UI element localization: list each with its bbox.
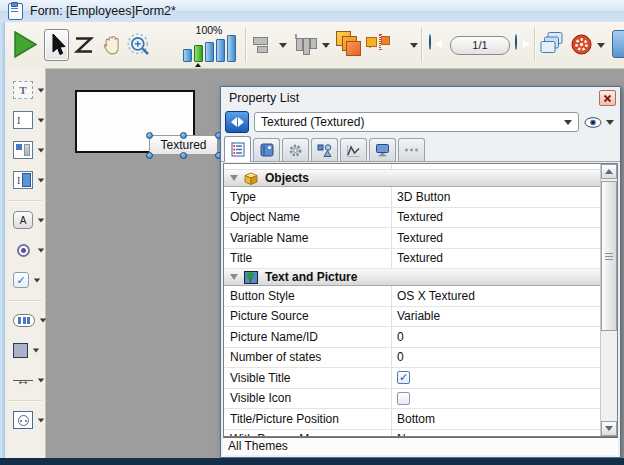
property-row[interactable]: Visible Title✓ — [224, 368, 600, 389]
property-row[interactable]: Object NameTextured — [224, 208, 600, 229]
zoom-level-control[interactable]: 100% — [180, 25, 238, 62]
property-row[interactable]: With Pop-up MenuNone — [224, 430, 600, 437]
sidebar-tool-list-box-tool[interactable] — [5, 140, 45, 160]
chevron-down-icon[interactable] — [38, 248, 44, 252]
page-indicator[interactable]: 1/1 — [450, 36, 510, 55]
form-pages-button[interactable] — [540, 31, 564, 60]
picture-icon — [244, 271, 258, 284]
selection-tool-button[interactable] — [44, 29, 69, 61]
chevron-down-icon[interactable] — [38, 88, 44, 92]
property-grid-scrollbar[interactable] — [600, 164, 617, 436]
property-value[interactable]: Textured — [391, 231, 600, 245]
static-text-tool-icon: T — [13, 81, 33, 99]
property-value[interactable]: OS X Textured — [391, 289, 600, 303]
selection-handle[interactable] — [146, 132, 153, 139]
grid-options-button[interactable] — [379, 34, 381, 50]
property-value[interactable]: Textured — [391, 210, 600, 224]
chevron-down-icon[interactable] — [34, 278, 40, 282]
tab-shapes[interactable] — [311, 138, 338, 161]
execute-form-button[interactable] — [13, 31, 38, 61]
clipped-toolbar-icon[interactable] — [612, 30, 624, 58]
collapse-triangle-icon[interactable] — [230, 175, 238, 181]
sidebar-tool-input-tool[interactable]: I — [5, 110, 45, 130]
scroll-down-button[interactable] — [601, 421, 617, 436]
tab-property-list[interactable] — [224, 136, 251, 162]
property-row[interactable]: Number of states0 — [224, 348, 600, 369]
close-button[interactable] — [599, 90, 616, 106]
previous-page-button[interactable] — [429, 34, 431, 50]
sidebar-tool-rectangle-tool[interactable] — [5, 340, 45, 360]
view-options-button[interactable] — [584, 116, 614, 129]
scroll-up-button[interactable] — [601, 164, 617, 179]
selection-handle[interactable] — [180, 152, 187, 159]
property-label: Object Name — [224, 210, 391, 224]
property-list-titlebar[interactable]: Property List — [221, 87, 620, 109]
move-tool-button[interactable] — [100, 33, 122, 59]
property-row[interactable]: Picture SourceVariable — [224, 307, 600, 328]
object-selector-combo[interactable]: Textured (Textured) — [254, 112, 579, 132]
chevron-down-icon[interactable] — [38, 178, 44, 182]
property-value[interactable]: Variable — [391, 309, 600, 323]
chevron-down-icon[interactable] — [38, 378, 44, 382]
selection-handle[interactable] — [146, 152, 153, 159]
property-row[interactable]: Visible Icon — [224, 389, 600, 410]
sidebar-tool-combo-box-tool[interactable]: I — [5, 170, 45, 190]
property-value[interactable] — [391, 392, 600, 405]
sidebar-tool-splitter-tool[interactable]: ↔ — [5, 370, 45, 390]
swap-object-button[interactable] — [225, 111, 249, 133]
chevron-down-icon[interactable] — [38, 218, 44, 222]
run-options-dropdown-icon[interactable] — [597, 43, 605, 48]
sidebar-tool-plugin-area-tool[interactable] — [5, 410, 45, 430]
property-value[interactable]: Bottom — [391, 412, 600, 426]
property-row[interactable]: Title/Picture PositionBottom — [224, 409, 600, 430]
property-value[interactable]: 0 — [391, 350, 600, 364]
property-row[interactable]: Variable NameTextured — [224, 228, 600, 249]
property-row[interactable]: TitleTextured — [224, 249, 600, 270]
next-page-button[interactable] — [515, 34, 517, 50]
grid-dropdown-icon[interactable] — [410, 43, 418, 48]
sidebar-tool-button-tool[interactable]: A — [5, 210, 45, 230]
distribution-dropdown-icon[interactable] — [322, 43, 330, 48]
checkbox-unchecked-icon[interactable] — [397, 392, 410, 405]
property-row[interactable]: Picture Name/ID0 — [224, 327, 600, 348]
alignment-dropdown-icon[interactable] — [279, 43, 287, 48]
checkbox-tool-icon: ✓ — [13, 272, 29, 288]
tab-more[interactable] — [398, 138, 425, 161]
property-value[interactable]: ✓ — [391, 371, 600, 384]
tab-picture[interactable] — [253, 138, 280, 161]
checkbox-checked-icon[interactable]: ✓ — [397, 371, 410, 384]
section-header-objects[interactable]: Objects — [224, 170, 600, 187]
zoom-bars-icon[interactable] — [180, 36, 238, 62]
eye-icon — [584, 116, 603, 129]
tab-settings[interactable] — [282, 138, 309, 161]
radio-button-tool-icon — [13, 241, 33, 259]
chevron-down-icon[interactable] — [33, 348, 39, 352]
sidebar-tool-checkbox-tool[interactable]: ✓ — [5, 270, 45, 290]
tab-display[interactable] — [369, 138, 396, 161]
themes-status-bar: All Themes — [223, 437, 618, 455]
button-tool-icon: A — [13, 211, 33, 229]
zoom-tool-button[interactable] — [127, 33, 151, 60]
sidebar-tool-button-bar-tool[interactable] — [5, 310, 45, 330]
entry-order-tool-button[interactable] — [73, 35, 95, 58]
property-value[interactable]: Textured — [391, 251, 600, 265]
form-page-area[interactable]: Textured — [75, 90, 195, 153]
chevron-down-icon[interactable] — [38, 118, 44, 122]
property-value[interactable]: 3D Button — [391, 190, 600, 204]
chevron-down-icon[interactable] — [38, 148, 44, 152]
property-value[interactable]: 0 — [391, 330, 600, 344]
property-tabs — [221, 135, 620, 162]
sidebar-tool-radio-button-tool[interactable] — [5, 240, 45, 260]
property-value[interactable]: None — [391, 432, 600, 436]
tab-events[interactable] — [340, 138, 367, 161]
property-row[interactable]: Type3D Button — [224, 187, 600, 208]
section-header-text-and-picture[interactable]: Text and Picture — [224, 269, 600, 286]
property-row[interactable]: Button StyleOS X Textured — [224, 286, 600, 307]
collapse-triangle-icon[interactable] — [230, 274, 238, 280]
selection-handle[interactable] — [180, 132, 187, 139]
gear-red-icon — [571, 34, 592, 55]
run-options-button[interactable] — [571, 34, 592, 58]
scrollbar-thumb[interactable] — [601, 181, 617, 331]
chevron-down-icon[interactable] — [38, 418, 44, 422]
sidebar-tool-static-text-tool[interactable]: T — [5, 80, 45, 100]
